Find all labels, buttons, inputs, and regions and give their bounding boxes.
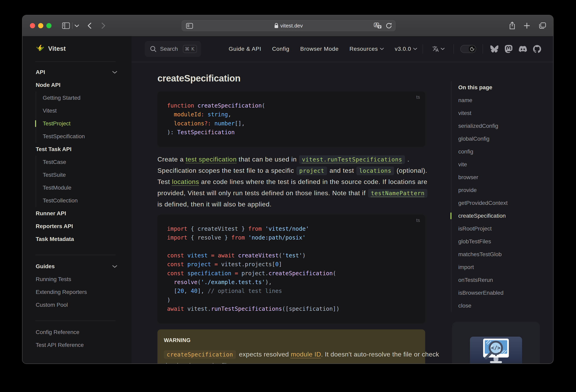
outline-item-serializedconfig[interactable]: serializedConfig <box>451 120 553 132</box>
doc-link[interactable]: locations <box>172 178 199 185</box>
dark-mode-toggle[interactable] <box>460 45 476 53</box>
outline-item-matchestestglob[interactable]: matchesTestGlob <box>451 248 553 261</box>
monitor-illustration: </> <box>483 339 509 363</box>
nav-item-version[interactable]: v3.0.0 <box>389 46 423 52</box>
outline-item-vitest[interactable]: vitest <box>451 107 553 120</box>
code-line: import { createVitest } from 'vitest/nod… <box>167 224 416 233</box>
share-icon[interactable] <box>509 22 516 29</box>
inline-code-link[interactable]: vitest.runTestSpecifications <box>299 155 405 164</box>
address-bar[interactable]: vitest.dev A <box>182 20 396 31</box>
close-window-button[interactable] <box>30 23 35 28</box>
sidebar-item-testproject[interactable]: TestProject <box>43 117 125 130</box>
sponsor-image: </> <box>470 337 522 363</box>
titlebar: vitest.dev A <box>23 15 553 36</box>
outline-item-import[interactable]: import <box>451 261 553 274</box>
outline-item-globalconfig[interactable]: globalConfig <box>451 132 553 145</box>
sidebar-item-testcollection[interactable]: TestCollection <box>43 194 125 207</box>
sidebar-item-testsuite[interactable]: TestSuite <box>43 169 125 181</box>
outline-item-getprovidedcontext[interactable]: getProvidedContext <box>451 197 553 210</box>
text-run: Test <box>157 178 172 185</box>
page-settings-icon[interactable] <box>186 23 193 30</box>
sidebar-item-testcase[interactable]: TestCase <box>43 156 125 169</box>
sidebar-section-test-task-api[interactable]: Test Task API <box>36 143 125 156</box>
moon-icon <box>470 47 474 51</box>
sidebar-item-vitest[interactable]: Vitest <box>43 104 125 117</box>
warning-inline-code: createSpecification <box>164 350 236 359</box>
mastodon-icon[interactable] <box>501 45 516 53</box>
sidebar-section-reporters-api[interactable]: Reporters API <box>36 220 125 233</box>
outline-item-isbrowserenabled[interactable]: isBrowserEnabled <box>451 286 553 299</box>
sidebar: Vitest APINode APIGetting StartedVitestT… <box>23 36 132 363</box>
outline-item-vite[interactable]: vite <box>451 158 553 171</box>
outline-item-createspecification[interactable]: createSpecification <box>451 210 553 222</box>
text-run: . It doesn't auto-resolve the file or ch… <box>321 351 439 358</box>
outline-panel: On this page namevitestserializedConfigg… <box>451 81 553 312</box>
text-run: that can be used in <box>237 156 299 163</box>
language-menu[interactable] <box>423 46 454 52</box>
search-button[interactable]: Search ⌘ K <box>145 41 201 57</box>
code-line: import { resolve } from 'node:path/posix… <box>167 233 416 242</box>
outline-item-provide[interactable]: provide <box>451 184 553 197</box>
outline-item-ontestsrerun[interactable]: onTestsRerun <box>451 274 553 286</box>
description-paragraph: Create a test specification that can be … <box>157 154 425 210</box>
sidebar-chevron-icon[interactable] <box>75 25 79 27</box>
nav-item-guide-api[interactable]: Guide & API <box>223 46 266 52</box>
inline-code-link[interactable]: testNamePattern <box>368 189 427 198</box>
reload-icon[interactable] <box>386 23 392 30</box>
sidebar-header-guides[interactable]: Guides <box>36 260 125 273</box>
text-run: (optional). <box>395 167 427 174</box>
forward-button[interactable] <box>101 23 106 29</box>
text-run: . <box>405 156 409 163</box>
sponsor-card[interactable]: </> <box>452 322 540 363</box>
translate-icon[interactable]: A <box>374 23 382 30</box>
sidebar-item-extending-reporters[interactable]: Extending Reporters <box>36 286 125 299</box>
sidebar-item-running-tests[interactable]: Running Tests <box>36 273 125 286</box>
text-run: is defined, then it will also be applied… <box>157 201 272 208</box>
sidebar-item-test-api-reference[interactable]: Test API Reference <box>36 339 125 352</box>
inline-code: project <box>296 167 327 175</box>
discord-icon[interactable] <box>516 45 530 53</box>
sidebar-section-task-metadata[interactable]: Task Metadata <box>36 233 125 245</box>
code-line <box>167 242 416 251</box>
text-line: createSpecification expects resolved mod… <box>164 349 419 360</box>
nav-item-config[interactable]: Config <box>267 46 295 52</box>
page-title: createSpecification <box>157 72 425 84</box>
outline-item-browser[interactable]: browser <box>451 171 553 184</box>
sidebar-toggle-icon[interactable] <box>62 23 70 29</box>
sidebar-section-node-api[interactable]: Node API <box>36 79 125 91</box>
tab-overview-icon[interactable] <box>539 23 546 29</box>
back-button[interactable] <box>87 23 91 29</box>
sidebar-divider <box>35 321 115 321</box>
github-icon[interactable] <box>530 45 544 53</box>
outline-item-globtestfiles[interactable]: globTestFiles <box>451 235 553 248</box>
sidebar-item-custom-pool[interactable]: Custom Pool <box>36 299 125 311</box>
doc-link[interactable]: test specification <box>186 156 237 163</box>
logo[interactable]: Vitest <box>23 36 132 61</box>
bluesky-icon[interactable] <box>487 45 501 53</box>
text-line: provided, Vitest will only run tests def… <box>157 187 425 199</box>
outline-item-name[interactable]: name <box>451 94 553 107</box>
nav-item-browser-mode[interactable]: Browser Mode <box>295 46 344 52</box>
minimize-window-button[interactable] <box>38 23 43 28</box>
zoom-window-button[interactable] <box>46 23 52 28</box>
sidebar-item-config-reference[interactable]: Config Reference <box>36 326 125 339</box>
code-line: const vitest = await createVitest('test'… <box>167 251 416 260</box>
warning-link[interactable]: module ID <box>291 351 321 358</box>
nav-item-resources[interactable]: Resources <box>344 46 389 52</box>
warning-callout: WARNING createSpecification expects reso… <box>157 330 425 363</box>
svg-text:</>: </> <box>491 345 501 351</box>
sidebar-top-divider <box>35 61 115 62</box>
sidebar-header-api[interactable]: API <box>36 66 125 79</box>
sidebar-item-testmodule[interactable]: TestModule <box>43 181 125 194</box>
sidebar-item-testspecification[interactable]: TestSpecification <box>43 130 125 143</box>
doc-content: createSpecification ts function createSp… <box>157 62 425 363</box>
new-tab-icon[interactable] <box>524 23 530 29</box>
outline-item-config[interactable]: config <box>451 145 553 158</box>
sidebar-section-runner-api[interactable]: Runner API <box>36 207 125 220</box>
outline-item-close[interactable]: close <box>451 299 553 312</box>
chevron-down-icon <box>441 48 445 50</box>
sidebar-item-getting-started[interactable]: Getting Started <box>43 91 125 104</box>
code-line: moduleId: string, <box>167 110 416 119</box>
chevron-down-icon <box>112 265 117 268</box>
outline-item-isrootproject[interactable]: isRootProject <box>451 222 553 235</box>
